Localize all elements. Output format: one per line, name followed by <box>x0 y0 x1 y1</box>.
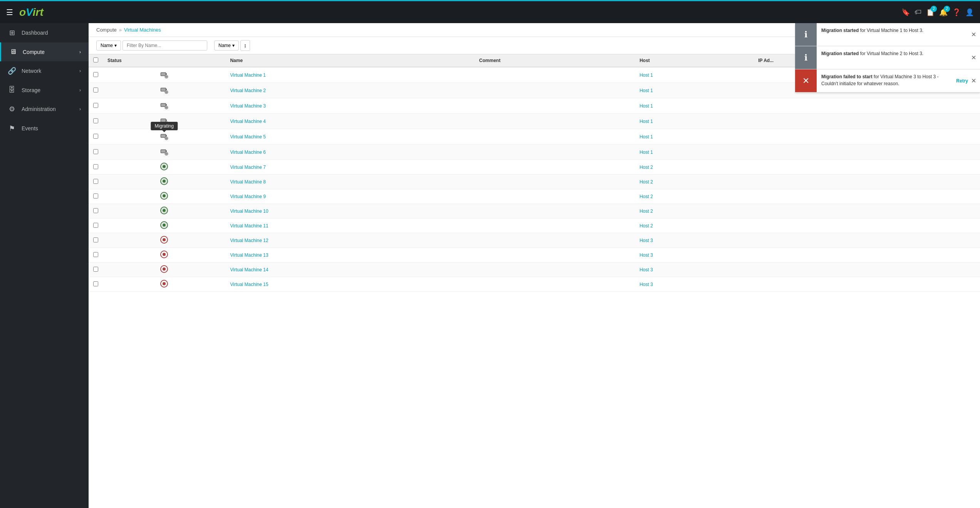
host-link[interactable]: Host 2 <box>639 223 653 229</box>
select-all-checkbox[interactable] <box>93 57 98 62</box>
vm-name-link[interactable]: Virtual Machine 8 <box>230 179 266 185</box>
user-icon[interactable]: 👤 <box>965 8 974 17</box>
vm-name-link[interactable]: Virtual Machine 11 <box>230 223 268 229</box>
vm-name-link[interactable]: Virtual Machine 9 <box>230 194 266 199</box>
table-row: Virtual Machine 9 Host 2 <box>89 189 980 204</box>
ip-cell <box>753 114 883 129</box>
sort-field-select[interactable]: Name ▾ <box>214 40 239 50</box>
row-checkbox[interactable] <box>93 193 98 198</box>
comment-cell <box>475 204 635 219</box>
row-checkbox[interactable] <box>93 103 98 108</box>
host-link[interactable]: Host 2 <box>639 165 653 170</box>
row-checkbox[interactable] <box>93 87 98 93</box>
notif-close-1[interactable]: ✕ <box>971 32 976 38</box>
bookmark-icon[interactable]: 🔖 <box>901 8 910 17</box>
host-link[interactable]: Host 1 <box>639 72 653 78</box>
host-link[interactable]: Host 2 <box>639 209 653 214</box>
vm-name-link[interactable]: Virtual Machine 3 <box>230 103 266 109</box>
vm-name-link[interactable]: Virtual Machine 5 <box>230 134 266 140</box>
host-link[interactable]: Host 3 <box>639 252 653 258</box>
host-link[interactable]: Host 1 <box>639 103 653 109</box>
comment-cell <box>475 145 635 160</box>
notif-error-icon-col-3: ✕ <box>795 69 817 92</box>
sidebar-item-administration[interactable]: ⚙ Administration › <box>0 99 89 119</box>
vm-name-link[interactable]: Virtual Machine 1 <box>230 72 266 78</box>
row-checkbox[interactable] <box>93 252 98 257</box>
sidebar-item-network[interactable]: 🔗 Network › <box>0 61 89 81</box>
row-checkbox[interactable] <box>93 208 98 213</box>
sidebar-item-events[interactable]: ⚑ Events <box>0 119 89 138</box>
status-cell <box>103 277 225 292</box>
comment-cell <box>475 175 635 189</box>
host-link[interactable]: Host 1 <box>639 119 653 124</box>
sort-order-button[interactable]: ↕ <box>240 40 250 51</box>
help-icon[interactable]: ❓ <box>952 8 961 17</box>
row-checkbox[interactable] <box>93 118 98 123</box>
svg-point-25 <box>163 194 166 197</box>
notif-close-3[interactable]: ✕ <box>971 78 976 84</box>
vm-name-link[interactable]: Virtual Machine 14 <box>230 267 268 273</box>
notif-body-2: Migration started for Virtual Machine 2 … <box>817 46 967 69</box>
ip-cell <box>753 175 883 189</box>
filter-field-select[interactable]: Name ▾ <box>96 40 121 50</box>
row-checkbox[interactable] <box>93 134 98 139</box>
host-link[interactable]: Host 2 <box>639 194 653 199</box>
retry-button[interactable]: Retry <box>956 78 968 84</box>
vm-name-link[interactable]: Virtual Machine 15 <box>230 282 268 287</box>
row-checkbox[interactable] <box>93 281 98 286</box>
table-row: Virtual Machine 15 Host 3 <box>89 277 980 292</box>
extra-cell-1 <box>883 160 931 175</box>
ovirt-logo: oVirt <box>19 6 44 19</box>
vm-name-link[interactable]: Virtual Machine 2 <box>230 88 266 93</box>
alerts-icon[interactable]: 🔔 2 <box>939 8 948 17</box>
sidebar-item-compute[interactable]: 🖥 Compute › <box>0 42 89 61</box>
sidebar-item-storage[interactable]: 🗄 Storage › <box>0 81 89 99</box>
tag-icon[interactable]: 🏷 <box>915 8 921 16</box>
sidebar-label-dashboard: Dashboard <box>22 30 48 36</box>
vm-name-link[interactable]: Virtual Machine 7 <box>230 165 266 170</box>
table-row: Virtual Machine 8 Host 2 <box>89 175 980 189</box>
host-link[interactable]: Host 2 <box>639 179 653 185</box>
host-link[interactable]: Host 1 <box>639 134 653 140</box>
row-checkbox[interactable] <box>93 72 98 77</box>
status-cell: Migrating <box>103 129 225 145</box>
host-cell: Host 3 <box>635 233 753 248</box>
table-row: Virtual Machine 14 Host 3 <box>89 262 980 277</box>
extra-cell-2 <box>931 219 980 233</box>
row-checkbox[interactable] <box>93 267 98 272</box>
status-cell <box>103 204 225 219</box>
notification-item-1: ℹ Migration started for Virtual Machine … <box>795 23 980 46</box>
host-cell: Host 1 <box>635 98 753 114</box>
status-cell <box>103 67 225 83</box>
row-checkbox[interactable] <box>93 179 98 184</box>
vm-name-link[interactable]: Virtual Machine 10 <box>230 209 268 214</box>
status-cell <box>103 189 225 204</box>
row-checkbox[interactable] <box>93 164 98 169</box>
vm-name-link[interactable]: Virtual Machine 12 <box>230 238 268 243</box>
extra-cell-1 <box>883 114 931 129</box>
row-checkbox[interactable] <box>93 223 98 228</box>
host-link[interactable]: Host 3 <box>639 267 653 273</box>
vm-name-link[interactable]: Virtual Machine 6 <box>230 150 266 155</box>
vm-name-link[interactable]: Virtual Machine 13 <box>230 252 268 258</box>
host-link[interactable]: Host 3 <box>639 238 653 243</box>
host-link[interactable]: Host 3 <box>639 282 653 287</box>
sidebar-item-dashboard[interactable]: ⊞ Dashboard <box>0 23 89 42</box>
comment-cell <box>475 262 635 277</box>
vm-name-link[interactable]: Virtual Machine 4 <box>230 119 266 124</box>
row-checkbox-cell <box>89 129 103 145</box>
extra-cell-1 <box>883 219 931 233</box>
hamburger-menu[interactable]: ☰ <box>6 8 13 17</box>
breadcrumb-current[interactable]: Virtual Machines <box>124 27 161 33</box>
extra-cell-1 <box>883 175 931 189</box>
host-link[interactable]: Host 1 <box>639 150 653 155</box>
ip-cell <box>753 233 883 248</box>
notif-close-2[interactable]: ✕ <box>971 55 976 61</box>
row-checkbox[interactable] <box>93 149 98 154</box>
extra-cell-1 <box>883 277 931 292</box>
search-input[interactable] <box>123 40 207 50</box>
host-link[interactable]: Host 1 <box>639 88 653 93</box>
row-checkbox[interactable] <box>93 237 98 242</box>
ip-cell <box>753 129 883 145</box>
tasks-icon[interactable]: 📋 2 <box>926 8 935 17</box>
